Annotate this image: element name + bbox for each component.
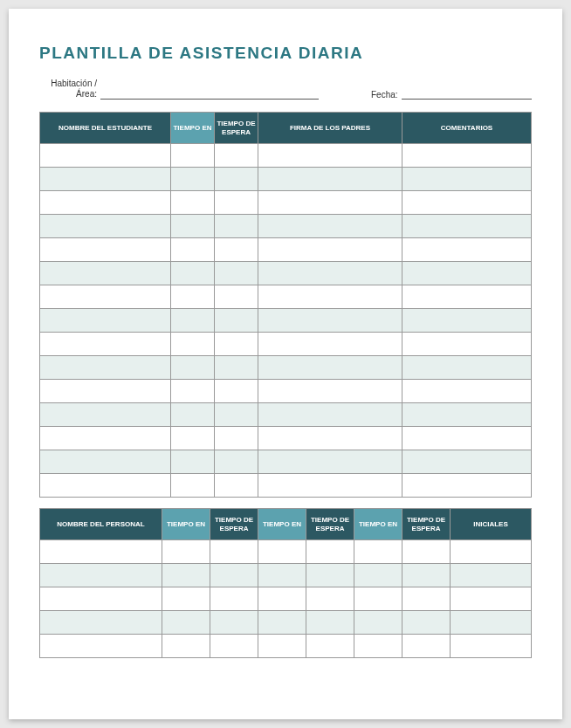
table-cell[interactable] — [402, 635, 451, 658]
table-cell[interactable] — [215, 380, 258, 403]
table-cell[interactable] — [171, 191, 215, 215]
table-cell[interactable] — [402, 564, 451, 587]
table-cell[interactable] — [40, 285, 171, 309]
table-cell[interactable] — [40, 168, 171, 191]
table-cell[interactable] — [402, 427, 532, 450]
table-cell[interactable] — [258, 427, 402, 450]
table-cell[interactable] — [171, 309, 215, 333]
table-cell[interactable] — [258, 564, 306, 587]
table-cell[interactable] — [258, 635, 306, 658]
table-cell[interactable] — [306, 587, 354, 611]
table-cell[interactable] — [354, 564, 402, 587]
table-cell[interactable] — [402, 380, 532, 403]
table-cell[interactable] — [215, 356, 258, 380]
table-cell[interactable] — [402, 540, 451, 564]
table-cell[interactable] — [215, 309, 258, 333]
table-cell[interactable] — [215, 403, 258, 427]
table-cell[interactable] — [40, 635, 162, 658]
table-cell[interactable] — [402, 474, 532, 498]
table-cell[interactable] — [258, 380, 402, 403]
table-cell[interactable] — [402, 450, 532, 474]
table-cell[interactable] — [402, 611, 451, 635]
table-cell[interactable] — [162, 540, 210, 564]
table-cell[interactable] — [40, 403, 171, 427]
table-cell[interactable] — [162, 587, 210, 611]
table-cell[interactable] — [215, 144, 258, 168]
table-cell[interactable] — [171, 380, 215, 403]
table-cell[interactable] — [171, 356, 215, 380]
table-cell[interactable] — [215, 427, 258, 450]
table-cell[interactable] — [451, 564, 532, 587]
table-cell[interactable] — [402, 403, 532, 427]
table-cell[interactable] — [215, 215, 258, 238]
table-cell[interactable] — [210, 587, 258, 611]
table-cell[interactable] — [215, 474, 258, 498]
table-cell[interactable] — [210, 635, 258, 658]
table-cell[interactable] — [258, 587, 306, 611]
table-cell[interactable] — [306, 635, 354, 658]
table-cell[interactable] — [402, 587, 451, 611]
table-cell[interactable] — [402, 238, 532, 262]
table-cell[interactable] — [215, 333, 258, 356]
table-cell[interactable] — [215, 191, 258, 215]
table-cell[interactable] — [451, 611, 532, 635]
table-cell[interactable] — [258, 168, 402, 191]
table-cell[interactable] — [451, 635, 532, 658]
table-cell[interactable] — [210, 611, 258, 635]
table-cell[interactable] — [215, 285, 258, 309]
table-cell[interactable] — [210, 540, 258, 564]
table-cell[interactable] — [215, 262, 258, 285]
table-cell[interactable] — [451, 587, 532, 611]
table-cell[interactable] — [171, 333, 215, 356]
table-cell[interactable] — [40, 309, 171, 333]
table-cell[interactable] — [162, 564, 210, 587]
table-cell[interactable] — [258, 611, 306, 635]
table-cell[interactable] — [171, 262, 215, 285]
table-cell[interactable] — [402, 191, 532, 215]
date-input-line[interactable] — [402, 89, 532, 100]
table-cell[interactable] — [171, 427, 215, 450]
table-cell[interactable] — [402, 215, 532, 238]
table-cell[interactable] — [215, 238, 258, 262]
table-cell[interactable] — [258, 403, 402, 427]
table-cell[interactable] — [258, 215, 402, 238]
table-cell[interactable] — [354, 587, 402, 611]
table-cell[interactable] — [40, 474, 171, 498]
table-cell[interactable] — [451, 540, 532, 564]
table-cell[interactable] — [171, 474, 215, 498]
table-cell[interactable] — [258, 356, 402, 380]
table-cell[interactable] — [258, 333, 402, 356]
table-cell[interactable] — [40, 333, 171, 356]
table-cell[interactable] — [210, 564, 258, 587]
table-cell[interactable] — [258, 450, 402, 474]
table-cell[interactable] — [40, 540, 162, 564]
table-cell[interactable] — [171, 285, 215, 309]
table-cell[interactable] — [258, 309, 402, 333]
table-cell[interactable] — [306, 611, 354, 635]
table-cell[interactable] — [171, 450, 215, 474]
table-cell[interactable] — [171, 144, 215, 168]
table-cell[interactable] — [354, 635, 402, 658]
table-cell[interactable] — [402, 356, 532, 380]
table-cell[interactable] — [402, 168, 532, 191]
table-cell[interactable] — [40, 215, 171, 238]
table-cell[interactable] — [40, 238, 171, 262]
table-cell[interactable] — [354, 611, 402, 635]
table-cell[interactable] — [402, 309, 532, 333]
table-cell[interactable] — [40, 587, 162, 611]
table-cell[interactable] — [258, 191, 402, 215]
table-cell[interactable] — [215, 168, 258, 191]
table-cell[interactable] — [162, 611, 210, 635]
room-area-input-line[interactable] — [100, 89, 319, 100]
table-cell[interactable] — [258, 285, 402, 309]
table-cell[interactable] — [258, 238, 402, 262]
table-cell[interactable] — [40, 356, 171, 380]
table-cell[interactable] — [40, 144, 171, 168]
table-cell[interactable] — [258, 144, 402, 168]
table-cell[interactable] — [258, 474, 402, 498]
table-cell[interactable] — [402, 333, 532, 356]
table-cell[interactable] — [402, 144, 532, 168]
table-cell[interactable] — [258, 262, 402, 285]
table-cell[interactable] — [354, 540, 402, 564]
table-cell[interactable] — [215, 450, 258, 474]
